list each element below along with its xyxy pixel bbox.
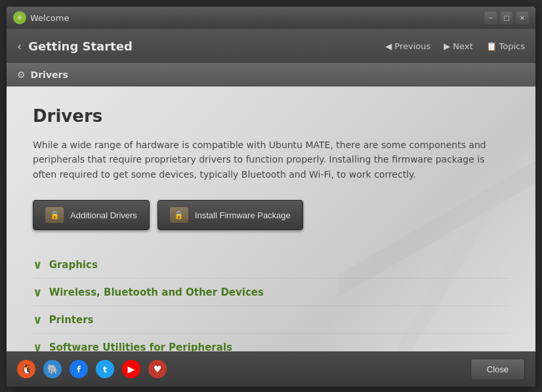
header-right: ◀ Previous ▶ Next 📋 Topics [385, 41, 525, 51]
next-label: Next [453, 41, 472, 51]
additional-drivers-label: Additional Drivers [70, 210, 137, 220]
previous-button[interactable]: ◀ Previous [385, 41, 430, 51]
graphics-label: Graphics [49, 259, 98, 271]
software-utilities-label: Software Utilities for Peripherals [49, 342, 232, 351]
additional-drivers-button[interactable]: Additional Drivers [33, 200, 150, 230]
content-area: Drivers While a wide range of hardware i… [7, 87, 535, 351]
close-button[interactable]: Close [470, 359, 525, 380]
topics-button[interactable]: 📋 Topics [486, 41, 525, 51]
facebook-icon[interactable]: f [70, 360, 88, 378]
wireless-chevron: ∨ [33, 285, 43, 299]
topics-icon: 📋 [486, 41, 497, 51]
wireless-section[interactable]: ∨ Wireless, Bluetooth and Other Devices [33, 279, 509, 306]
main-window: Welcome ─ □ ✕ ‹ Getting Started ◀ Previo… [7, 7, 535, 387]
close-window-button[interactable]: ✕ [516, 11, 529, 24]
mastodon-icon[interactable]: 🐘 [43, 360, 62, 378]
printers-chevron: ∨ [33, 313, 43, 326]
page-title: Drivers [33, 106, 509, 126]
topics-label: Topics [499, 41, 525, 51]
prev-label: Previous [394, 41, 430, 51]
header-nav: ‹ Getting Started ◀ Previous ▶ Next 📋 To… [7, 29, 535, 63]
titlebar-title: Welcome [30, 13, 69, 23]
youtube-icon[interactable]: ▶ [122, 360, 140, 378]
titlebar-controls: ─ □ ✕ [484, 11, 529, 24]
titlebar-left: Welcome [13, 11, 69, 24]
wireless-label: Wireless, Bluetooth and Other Devices [49, 286, 264, 298]
window-icon [13, 11, 26, 24]
toolbar: ⚙ Drivers [7, 63, 535, 87]
install-firmware-button[interactable]: Install Firmware Package [157, 200, 303, 230]
footer: 🐧 🐘 f t ▶ ♥ Close [7, 351, 535, 387]
section-list: ∨ Graphics ∨ Wireless, Bluetooth and Oth… [33, 251, 509, 351]
printers-label: Printers [49, 314, 94, 326]
install-firmware-icon [170, 207, 188, 223]
printers-section[interactable]: ∨ Printers [33, 306, 509, 334]
graphics-section[interactable]: ∨ Graphics [33, 251, 509, 279]
additional-drivers-icon [45, 207, 64, 223]
graphics-chevron: ∨ [33, 258, 43, 271]
software-utilities-chevron: ∨ [33, 340, 43, 351]
social-icons: 🐧 🐘 f t ▶ ♥ [17, 360, 167, 378]
software-utilities-section[interactable]: ∨ Software Utilities for Peripherals [33, 334, 509, 351]
minimize-button[interactable]: ─ [484, 11, 497, 24]
heart-icon[interactable]: ♥ [148, 360, 167, 378]
header-title: Getting Started [28, 39, 385, 53]
prev-icon: ◀ [385, 41, 392, 51]
next-icon: ▶ [444, 41, 450, 51]
toolbar-label: Drivers [31, 69, 68, 80]
back-button[interactable]: ‹ [17, 39, 22, 53]
drivers-gear-icon: ⚙ [17, 69, 26, 80]
titlebar: Welcome ─ □ ✕ [7, 7, 535, 29]
description-text: While a wide range of hardware is compat… [33, 138, 505, 182]
twitter-icon[interactable]: t [96, 360, 114, 378]
maximize-button[interactable]: □ [500, 11, 513, 24]
ubuntu-icon[interactable]: 🐧 [17, 360, 35, 378]
action-buttons: Additional Drivers Install Firmware Pack… [33, 200, 509, 230]
next-button[interactable]: ▶ Next [444, 41, 472, 51]
install-firmware-label: Install Firmware Package [195, 210, 291, 220]
